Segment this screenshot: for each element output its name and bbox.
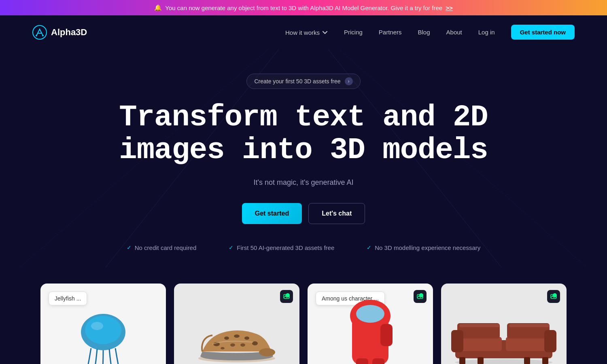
sofa-illustration [447, 308, 560, 364]
svg-point-15 [234, 334, 240, 338]
svg-point-2 [42, 35, 44, 36]
cards-section: Jellyfish ... [0, 267, 607, 364]
card-shoe [174, 284, 299, 364]
check-icon-2: ✓ [229, 244, 233, 251]
lets-chat-button[interactable]: Let's chat [308, 203, 365, 224]
feature-no-exp: ✓ No 3D modelling experience necessary [367, 244, 480, 251]
svg-point-20 [240, 343, 245, 347]
card-sofa [441, 284, 567, 364]
nav-links: How it works Pricing Partners Blog About… [285, 29, 575, 36]
navbar: Alpha3D How it works Pricing Partners Bl… [0, 15, 607, 49]
svg-point-14 [224, 336, 229, 340]
check-icon-3: ✓ [367, 244, 371, 251]
svg-point-18 [221, 347, 225, 349]
nav-item-login[interactable]: Log in [478, 29, 495, 36]
svg-rect-47 [509, 324, 550, 327]
logo-icon [32, 25, 47, 40]
announcement-text: You can now generate any object from tex… [165, 4, 442, 11]
svg-rect-42 [459, 357, 465, 364]
svg-rect-29 [372, 358, 384, 364]
jellyfish-illustration [67, 300, 140, 364]
svg-point-1 [36, 35, 37, 36]
svg-rect-45 [542, 357, 548, 364]
card-among-us: Among us character ... [308, 284, 433, 364]
announcement-link[interactable]: >> [446, 4, 453, 11]
svg-rect-28 [356, 358, 368, 364]
svg-rect-43 [478, 357, 484, 364]
green-dot-sofa [553, 293, 557, 297]
logo[interactable]: Alpha3D [32, 25, 87, 40]
among-us-illustration [334, 292, 407, 364]
hero-subtitle: It's not magic, it's generative AI [32, 178, 575, 187]
svg-point-21 [259, 348, 275, 356]
chevron-down-icon [322, 30, 328, 35]
announcement-bar: 🔔 You can now generate any object from t… [0, 0, 607, 15]
nav-item-blog[interactable]: Blog [418, 29, 430, 36]
sofa-card-badge [547, 290, 560, 303]
nav-link-about[interactable]: About [446, 29, 462, 36]
check-icon-1: ✓ [127, 244, 132, 251]
get-started-button[interactable]: Get started [242, 203, 302, 224]
shoe-card-badge [280, 290, 293, 303]
nav-item-cta[interactable]: Get started now [511, 29, 575, 36]
among-us-card-badge [414, 290, 427, 303]
svg-rect-27 [380, 324, 393, 346]
feature-no-cc-text: No credit card required [135, 244, 197, 251]
hero-features: ✓ No credit card required ✓ First 50 AI-… [32, 244, 575, 251]
svg-rect-41 [544, 330, 556, 352]
svg-point-9 [91, 322, 103, 330]
feature-no-cc: ✓ No credit card required [127, 244, 197, 251]
svg-rect-46 [459, 324, 500, 327]
nav-cta-button[interactable]: Get started now [511, 25, 575, 40]
feature-free-assets-text: First 50 AI-generated 3D assets free [237, 244, 334, 251]
logo-text: Alpha3D [51, 27, 87, 38]
card-jellyfish: Jellyfish ... [40, 284, 166, 364]
svg-rect-40 [451, 330, 463, 352]
nav-item-pricing[interactable]: Pricing [344, 29, 363, 36]
free-badge[interactable]: Create your first 50 3D assets free › [246, 74, 360, 89]
svg-point-19 [230, 343, 235, 347]
nav-link-login[interactable]: Log in [478, 29, 495, 36]
nav-link-how-it-works[interactable]: How it works [285, 29, 328, 36]
green-dot-among-us [419, 293, 423, 297]
hero-buttons: Get started Let's chat [32, 203, 575, 224]
svg-point-8 [85, 316, 121, 344]
hero-section: Create your first 50 3D assets free › Tr… [0, 49, 607, 267]
svg-point-17 [252, 341, 258, 345]
svg-point-34 [455, 359, 552, 364]
feature-free-assets: ✓ First 50 AI-generated 3D assets free [229, 244, 334, 251]
nav-link-blog[interactable]: Blog [418, 29, 430, 36]
feature-no-exp-text: No 3D modelling experience necessary [375, 244, 480, 251]
svg-point-0 [33, 25, 47, 39]
svg-point-26 [356, 305, 384, 323]
nav-item-about[interactable]: About [446, 29, 462, 36]
nav-link-partners[interactable]: Partners [379, 29, 402, 36]
badge-arrow: › [345, 77, 353, 85]
svg-rect-44 [524, 357, 530, 364]
svg-point-16 [244, 336, 249, 340]
green-dot-shoe [286, 293, 290, 297]
nav-item-partners[interactable]: Partners [379, 29, 402, 36]
nav-item-how-it-works[interactable]: How it works [285, 29, 328, 36]
free-badge-text: Create your first 50 3D assets free [254, 78, 340, 85]
hero-title: Transform text and 2D images into 3D mod… [32, 101, 575, 167]
nav-link-pricing[interactable]: Pricing [344, 29, 363, 36]
svg-rect-36 [459, 337, 502, 351]
announcement-bell: 🔔 [154, 4, 162, 11]
shoe-illustration [192, 316, 281, 364]
svg-rect-37 [506, 337, 548, 351]
